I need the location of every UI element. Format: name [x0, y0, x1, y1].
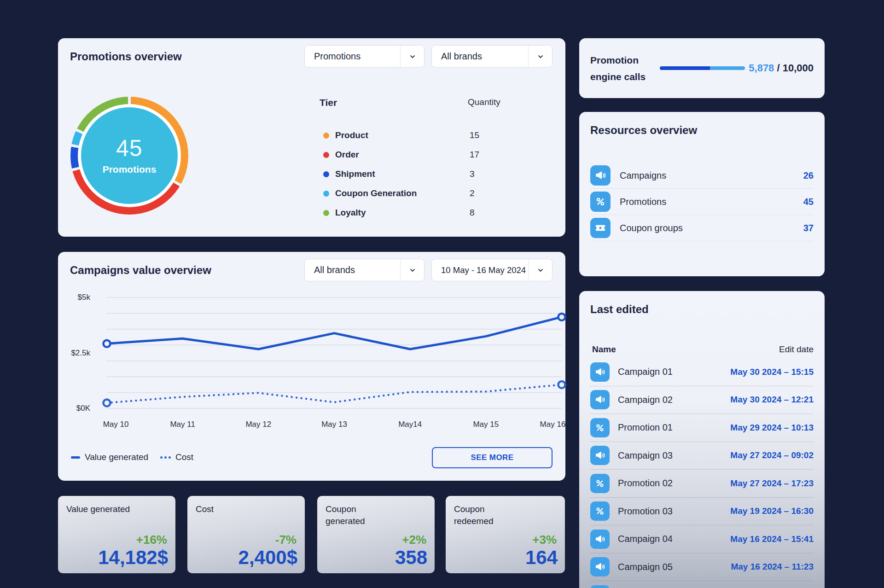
stat-delta-badge: +16%: [136, 533, 167, 547]
tier-quantity: 8: [470, 208, 475, 218]
last-edited-row-promotion-01[interactable]: Promotion 01May 29 2024 – 10:13: [590, 414, 814, 442]
last-edited-row-promotion-02[interactable]: Promotion 02May 27 2024 – 17:23: [590, 470, 814, 498]
resource-count: 26: [803, 170, 814, 181]
tier-label: Loyalty: [335, 208, 366, 218]
resource-count: 45: [803, 197, 814, 207]
last-edited-date: May 27 2024 – 17:23: [730, 478, 814, 489]
engine-calls-card: Promotion engine calls 5,878 / 10,000: [579, 38, 825, 98]
x-tick-label: May 11: [170, 420, 195, 429]
date-range-dropdown-value: 10 May - 16 May 2024: [432, 265, 528, 275]
last-edited-row-campaign-04[interactable]: Campaign 04May 16 2024 – 15:41: [590, 525, 814, 553]
stat-card-coupon-redeemed: Coupon redeemed+3%164: [446, 496, 565, 573]
last-edited-card: Last edited Name Edit date Campaign 01Ma…: [579, 291, 825, 588]
resources-overview-card: Resources overview Campaigns26Promotions…: [579, 112, 825, 276]
last-edited-date: May 19 2024 – 16:30: [730, 506, 814, 516]
tier-color-dot: [323, 210, 329, 216]
last-edited-row-campaign-02[interactable]: Campaign 02May 30 2024 – 12:21: [590, 386, 814, 414]
tier-label: Coupon Generation: [335, 188, 417, 198]
dashboard: Promotions overview Promotions All brand…: [0, 0, 884, 588]
engine-calls-total: 10,000: [783, 62, 814, 74]
resources-overview-title: Resources overview: [590, 124, 697, 137]
chevron-down-icon[interactable]: [528, 46, 552, 67]
last-edited-name: Promotion 03: [618, 506, 673, 517]
last-edited-row-partial[interactable]: [590, 581, 814, 588]
legend-label: Cost: [175, 452, 193, 462]
x-axis-labels: May 10May 11May 12May 13May14May 15May 1…: [107, 420, 562, 430]
last-edited-date: May 30 2024 – 15:15: [730, 367, 814, 377]
chart-legend: Value generatedCost: [71, 451, 193, 464]
y-tick-label: $5k: [78, 293, 90, 302]
promotion-icon: [590, 474, 610, 493]
resource-row-promotions[interactable]: Promotions45: [590, 189, 814, 215]
last-edited-row-campaign-01[interactable]: Campaign 01May 30 2024 – 15:15: [590, 358, 814, 386]
resource-label: Coupon groups: [620, 223, 683, 233]
y-axis-labels: $5k$2.5k$0K: [58, 297, 90, 408]
tier-row: Coupon Generation2: [320, 184, 513, 203]
chart-brand-dropdown[interactable]: All brands: [304, 259, 425, 281]
promotion-type-dropdown[interactable]: Promotions: [304, 45, 425, 68]
resource-row-coupon-groups[interactable]: Coupon groups37: [590, 215, 814, 241]
resource-label: Campaigns: [620, 170, 666, 181]
stat-value: 2,400$: [238, 547, 297, 569]
tier-quantity: 17: [470, 150, 479, 160]
promotions-overview-card: Promotions overview Promotions All brand…: [58, 38, 565, 237]
tier-quantity: 15: [470, 130, 479, 140]
promotion-icon: [590, 418, 610, 437]
last-edited-date: May 29 2024 – 10:13: [730, 423, 814, 433]
last-edited-header: Name Edit date: [592, 344, 814, 355]
tier-table-header: Tier Quantity: [320, 97, 513, 111]
last-edited-row-campaign-05[interactable]: Campaign 05May 16 2024 – 11:23: [590, 553, 814, 582]
last-edited-title: Last edited: [590, 303, 649, 316]
quantity-column-header: Quantity: [468, 97, 500, 107]
last-edited-name: Campaign 05: [618, 562, 673, 572]
tier-table: Tier Quantity Product15Order17Shipment3C…: [320, 97, 513, 111]
campaign-icon: [590, 530, 610, 549]
x-tick-label: May 15: [473, 420, 499, 429]
donut-total-value: 45: [116, 136, 143, 160]
chart-brand-dropdown-value: All brands: [305, 265, 400, 275]
promotion-icon: [590, 501, 610, 521]
last-edited-name: Promotion 02: [618, 478, 673, 489]
legend-item-dotted: Cost: [160, 452, 193, 462]
campaign-icon: [590, 557, 610, 576]
promotions-donut-chart: 45 Promotions: [70, 97, 188, 215]
tier-row: Product15: [320, 126, 513, 145]
last-edited-date: May 16 2024 – 15:41: [730, 534, 814, 544]
date-range-dropdown[interactable]: 10 May - 16 May 2024: [431, 259, 552, 281]
engine-calls-used: 5,878: [749, 62, 774, 74]
last-edited-date: May 30 2024 – 12:21: [730, 395, 814, 405]
chevron-down-icon[interactable]: [400, 259, 424, 281]
campaign-icon: [590, 390, 610, 409]
last-edited-name: Promotion 01: [618, 422, 673, 433]
campaign-icon: [590, 585, 610, 588]
engine-calls-title-line2: engine calls: [590, 69, 646, 85]
last-edited-name: Campaign 03: [618, 450, 673, 461]
stat-delta-badge: +2%: [402, 533, 426, 547]
tier-row: Loyalty8: [320, 203, 513, 222]
y-tick-label: $0K: [76, 404, 90, 413]
engine-calls-count: 5,878 / 10,000: [749, 62, 814, 74]
x-tick-label: May14: [398, 420, 422, 429]
engine-calls-progress-bar: [660, 66, 745, 70]
last-edited-row-campaign-03[interactable]: Campaign 03May 27 2024 – 09:02: [590, 442, 814, 470]
tier-color-dot: [323, 171, 329, 177]
chevron-down-icon[interactable]: [528, 259, 552, 281]
last-edited-row-promotion-03[interactable]: Promotion 03May 19 2024 – 16:30: [590, 498, 814, 526]
campaign-icon: [590, 362, 610, 382]
stat-card-coupon-generated: Coupon generated+2%358: [317, 496, 435, 573]
last-edited-date: May 16 2024 – 11:23: [731, 562, 814, 572]
last-edited-name: Campaign 04: [618, 534, 673, 544]
campaigns-value-card: Campaigns value overview All brands 10 M…: [58, 252, 565, 481]
stat-title: Coupon redeemed: [454, 503, 518, 527]
y-tick-label: $2.5k: [71, 349, 90, 358]
stat-card-value-generated: Value generated+16%14,182$: [58, 496, 175, 573]
stat-card-cost: Cost-7%2,400$: [187, 496, 305, 573]
see-more-button[interactable]: SEE MORE: [432, 447, 552, 468]
edit-date-column-header: Edit date: [779, 344, 814, 355]
resources-list: Campaigns26Promotions45Coupon groups37: [590, 163, 814, 241]
chevron-down-icon[interactable]: [400, 46, 424, 67]
brand-filter-dropdown[interactable]: All brands: [431, 45, 552, 68]
campaign-icon: [590, 165, 611, 186]
donut-total-label: Promotions: [103, 164, 157, 175]
resource-row-campaigns[interactable]: Campaigns26: [590, 163, 814, 189]
